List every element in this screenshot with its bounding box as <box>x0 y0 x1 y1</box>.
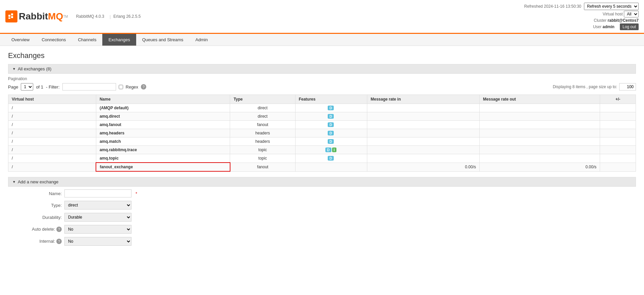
table-row[interactable]: /amq.matchheadersD <box>8 137 636 146</box>
filter-input[interactable] <box>62 83 116 91</box>
cell-plus <box>600 112 636 121</box>
page-size-input[interactable] <box>619 83 636 91</box>
cell-rate-out <box>480 129 600 137</box>
cell-plus <box>600 104 636 112</box>
cell-rate-out <box>480 121 600 129</box>
pagination-label: Pagination <box>8 76 636 81</box>
page-text: Page <box>8 84 18 90</box>
table-row[interactable]: /amq.rabbitmq.tracetopicDI <box>8 146 636 154</box>
cell-name[interactable]: fanout_exchange <box>96 163 230 171</box>
cell-name[interactable]: amq.direct <box>96 112 230 121</box>
cell-rate-out <box>480 112 600 121</box>
table-row[interactable]: /amq.directdirectD <box>8 112 636 121</box>
nav: Overview Connections Channels Exchanges … <box>0 34 644 46</box>
cell-type: fanout <box>230 121 295 129</box>
cell-features: DI <box>295 146 367 154</box>
cell-plus <box>600 137 636 146</box>
cell-features <box>295 163 367 171</box>
cluster-info: Cluster rabbit@Centos7 <box>594 18 639 23</box>
refresh-select[interactable]: Refresh every 5 seconds Manually Every 1… <box>584 3 639 10</box>
cell-vhost: / <box>8 163 96 171</box>
user-info: User admin <box>593 24 614 29</box>
cell-features: D <box>295 154 367 163</box>
col-rate-in: Message rate in <box>367 95 479 104</box>
svg-rect-2 <box>11 16 13 18</box>
cell-vhost: / <box>8 154 96 163</box>
cell-rate-out: 0.00/s <box>480 163 600 171</box>
nav-connections[interactable]: Connections <box>36 34 72 46</box>
all-exchanges-section[interactable]: ▼ All exchanges (8) <box>8 64 636 74</box>
regex-help-icon[interactable]: ? <box>141 84 146 90</box>
add-exchange-section[interactable]: ▼ Add a new exchange <box>8 177 636 187</box>
cell-vhost: / <box>8 129 96 137</box>
cell-rate-out <box>480 154 600 163</box>
durability-select[interactable]: Durable Transient <box>64 213 131 222</box>
cell-rate-in <box>367 137 479 146</box>
cell-plus <box>600 129 636 137</box>
cell-name[interactable]: (AMQP default) <box>96 104 230 112</box>
cell-rate-out <box>480 146 600 154</box>
cell-name[interactable]: amq.fanout <box>96 121 230 129</box>
page-select[interactable]: 1 <box>21 83 33 91</box>
cell-rate-in <box>367 129 479 137</box>
vhost-select[interactable]: All <box>624 11 639 17</box>
cell-features: D <box>295 104 367 112</box>
regex-label: Regex <box>126 84 139 90</box>
required-star: * <box>136 191 137 196</box>
cell-plus <box>600 163 636 171</box>
pagination-row: Page 1 of 1 - Filter: Regex ? Displaying… <box>8 83 636 91</box>
regex-checkbox[interactable] <box>119 85 123 89</box>
auto-delete-help-icon[interactable]: ? <box>56 227 62 232</box>
add-exchange-arrow: ▼ <box>12 180 16 184</box>
cell-rate-out <box>480 137 600 146</box>
cell-name[interactable]: amq.match <box>96 137 230 146</box>
table-row[interactable]: /fanout_exchangefanout0.00/s0.00/s <box>8 163 636 171</box>
exchange-type-select[interactable]: direct fanout headers topic <box>64 201 131 210</box>
exchange-name-input[interactable] <box>64 189 131 197</box>
form-durability-label: Durability: <box>21 215 62 220</box>
cell-type: direct <box>230 112 295 121</box>
add-exchange-label: Add a new exchange <box>18 179 58 184</box>
cell-type: topic <box>230 146 295 154</box>
svg-rect-0 <box>8 15 10 17</box>
cell-features: D <box>295 129 367 137</box>
of-text: of 1 <box>36 84 43 90</box>
table-row[interactable]: /amq.topictopicD <box>8 154 636 163</box>
nav-overview[interactable]: Overview <box>5 34 36 46</box>
cell-rate-in: 0.00/s <box>367 163 479 171</box>
version-info: RabbitMQ 4.0.3 <box>76 14 104 19</box>
svg-rect-1 <box>11 13 13 15</box>
auto-delete-select[interactable]: No Yes <box>64 225 131 234</box>
cell-name[interactable]: amq.topic <box>96 154 230 163</box>
all-exchanges-label: All exchanges (8) <box>18 66 51 71</box>
table-row[interactable]: /amq.fanoutfanoutD <box>8 121 636 129</box>
internal-select[interactable]: No Yes <box>64 237 131 246</box>
cell-type: topic <box>230 154 295 163</box>
internal-help-icon[interactable]: ? <box>56 239 62 244</box>
cell-name[interactable]: amq.rabbitmq.trace <box>96 146 230 154</box>
cell-vhost: / <box>8 146 96 154</box>
col-name: Name <box>96 95 230 104</box>
cell-plus <box>600 121 636 129</box>
header: RabbitMQTM RabbitMQ 4.0.3 | Erlang 26.2.… <box>0 0 644 34</box>
table-row[interactable]: /(AMQP default)directD <box>8 104 636 112</box>
header-right: Refreshed 2024-11-16 13:50:30 Refresh ev… <box>524 3 639 30</box>
col-type: Type <box>230 95 295 104</box>
nav-exchanges[interactable]: Exchanges <box>102 34 136 46</box>
form-name-label: Name: <box>21 191 62 196</box>
page-title: Exchanges <box>8 51 636 60</box>
form-auto-delete-row: Auto delete: ? No Yes <box>21 225 636 234</box>
logo: RabbitMQTM <box>5 10 68 22</box>
table-row[interactable]: /amq.headersheadersD <box>8 129 636 137</box>
nav-queues[interactable]: Queues and Streams <box>136 34 190 46</box>
cell-vhost: / <box>8 104 96 112</box>
logout-button[interactable]: Log out <box>620 23 639 30</box>
cell-type: headers <box>230 129 295 137</box>
cell-features: D <box>295 121 367 129</box>
nav-channels[interactable]: Channels <box>72 34 102 46</box>
cell-rate-in <box>367 121 479 129</box>
cell-name[interactable]: amq.headers <box>96 129 230 137</box>
col-vhost: Virtual host <box>8 95 96 104</box>
cell-rate-in <box>367 146 479 154</box>
nav-admin[interactable]: Admin <box>190 34 214 46</box>
